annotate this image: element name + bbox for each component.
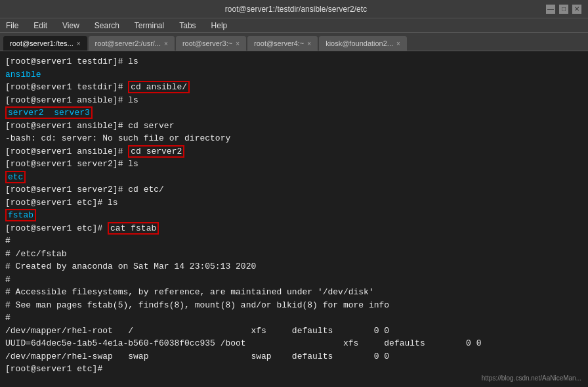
terminal-line-15: #	[5, 235, 583, 248]
maximize-button[interactable]: □	[559, 5, 568, 14]
terminal-line-18: #	[5, 273, 583, 286]
terminal-line-10: [root@server1 server2]# cd etc/	[5, 183, 583, 196]
terminal-line-1: ansible	[5, 68, 583, 81]
terminal-line-4: server2 server3	[5, 106, 583, 120]
terminal-line-7: [root@server1 ansible]# cd server2	[5, 145, 583, 158]
tab-label-3: root@server4:~	[254, 39, 304, 47]
terminal-line-19: # Accessible filesystems, by reference, …	[5, 286, 583, 299]
highlight-7: cd server2	[128, 145, 184, 158]
terminal-line-0: [root@server1 testdir]# ls	[5, 55, 583, 68]
tab-2[interactable]: root@server3:~×	[176, 36, 246, 51]
terminal-line-12: fstab	[5, 209, 583, 222]
tab-close-2[interactable]: ×	[236, 40, 240, 47]
menu-bar: FileEditViewSearchTerminalTabsHelp	[0, 18, 588, 33]
terminal-line-25: [root@server1 etc]#	[5, 363, 583, 376]
terminal[interactable]: [root@server1 testdir]# lsansible[root@s…	[0, 51, 588, 387]
tab-close-3[interactable]: ×	[307, 40, 311, 47]
boxed-text-4: server2 server3	[5, 106, 93, 119]
tab-label-2: root@server3:~	[182, 39, 232, 47]
terminal-line-17: # Created by anaconda on Sat Mar 14 23:0…	[5, 260, 583, 273]
menu-item-view[interactable]: View	[60, 21, 82, 30]
menu-item-file[interactable]: File	[3, 21, 21, 30]
terminal-line-11: [root@server1 etc]# ls	[5, 196, 583, 210]
menu-item-help[interactable]: Help	[209, 21, 230, 30]
title-bar-text: root@server1:/testdir/ansible/server2/et…	[46, 5, 546, 14]
terminal-line-21: #	[5, 311, 583, 325]
tab-4[interactable]: kiosk@foundation2...×	[319, 36, 407, 51]
tab-label-4: kiosk@foundation2...	[326, 39, 393, 47]
terminal-line-13: [root@server1 etc]# cat fstab	[5, 222, 583, 235]
terminal-line-5: [root@server1 ansible]# cd server	[5, 120, 583, 133]
minimize-button[interactable]: —	[546, 5, 555, 14]
tab-close-1[interactable]: ×	[164, 40, 168, 47]
tab-label-1: root@server2:/usr/...	[95, 39, 161, 47]
terminal-line-22: /dev/mapper/rhel-root / xfs defaults 0 0	[5, 325, 583, 338]
menu-item-tabs[interactable]: Tabs	[177, 21, 198, 30]
tab-1[interactable]: root@server2:/usr/...×	[89, 36, 175, 51]
highlight-13: cat fstab	[108, 222, 159, 235]
tab-close-4[interactable]: ×	[396, 40, 400, 47]
highlight-2: cd ansible/	[128, 81, 190, 93]
title-bar: root@server1:/testdir/ansible/server2/et…	[0, 0, 588, 18]
watermark: https://blog.csdn.net/AaNiceMan...	[482, 375, 581, 382]
tabs-bar: root@server1:/tes...×root@server2:/usr/.…	[0, 33, 588, 51]
terminal-line-8: [root@server1 server2]# ls	[5, 158, 583, 171]
tab-0[interactable]: root@server1:/tes...×	[3, 36, 87, 51]
menu-item-edit[interactable]: Edit	[31, 21, 50, 30]
terminal-line-23: UUID=6d4dec5e-1ab5-4e1a-b560-f6038f0cc93…	[5, 337, 583, 350]
terminal-line-3: [root@server1 ansible]# ls	[5, 94, 583, 107]
close-button[interactable]: ✕	[572, 5, 581, 14]
terminal-line-20: # See man pages fstab(5), findfs(8), mou…	[5, 299, 583, 312]
terminal-line-6: -bash: cd: server: No such file or direc…	[5, 132, 583, 145]
terminal-line-9: etc	[5, 171, 583, 184]
tab-3[interactable]: root@server4:~×	[247, 36, 318, 51]
tab-label-0: root@server1:/tes...	[10, 39, 74, 47]
terminal-line-16: # /etc/fstab	[5, 248, 583, 261]
terminal-line-2: [root@server1 testdir]# cd ansible/	[5, 81, 583, 94]
boxed-text-12: fstab	[5, 209, 36, 221]
tab-close-0[interactable]: ×	[77, 40, 81, 47]
menu-item-terminal[interactable]: Terminal	[132, 21, 167, 30]
boxed-text-9: etc	[5, 171, 26, 183]
terminal-line-24: /dev/mapper/rhel-swap swap swap defaults…	[5, 350, 583, 363]
menu-item-search[interactable]: Search	[92, 21, 122, 30]
